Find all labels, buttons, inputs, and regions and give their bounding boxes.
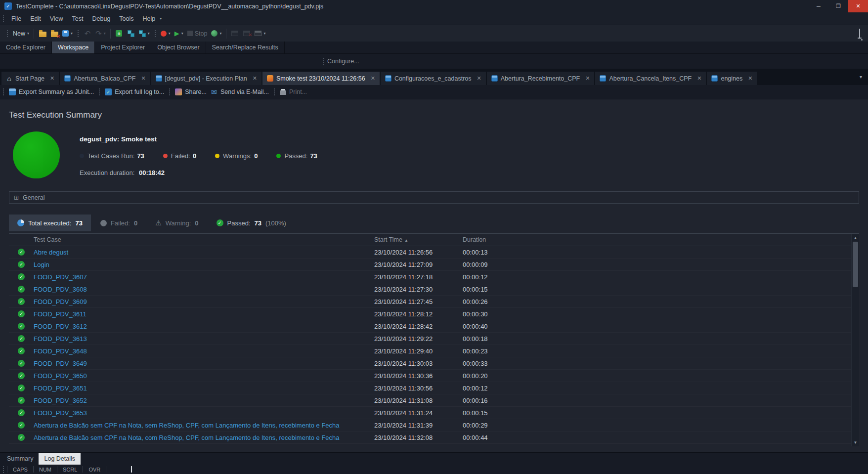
toolbar-grip[interactable] [7,30,8,37]
expand-icon[interactable]: ⊞ [14,194,19,201]
close-tab-icon[interactable]: ✕ [253,75,257,82]
tab-project-explorer[interactable]: Project Explorer [95,42,151,53]
send-email-button[interactable]: ✉ Send via E-Mail... [209,88,271,95]
table-row[interactable]: ✓ FOOD_PDV_3648 23/10/2024 11:29:40 00:0… [9,345,851,357]
doc-tab-abertura-balcao-cpf[interactable]: Abertura_Balcao_CPF ✕ [60,72,150,85]
toolbar-grip[interactable] [155,30,156,37]
extensions-button[interactable]: ▾ [137,27,152,40]
close-tab-icon[interactable]: ✕ [141,75,145,82]
table-row[interactable]: ✓ FOOD_PDV_3652 23/10/2024 11:31:08 00:0… [9,394,851,407]
vertical-scrollbar[interactable]: ▲ ▼ [851,234,859,446]
menu-edit[interactable]: Edit [26,14,45,24]
menu-file[interactable]: File [7,14,26,24]
table-row[interactable]: ✓ FOOD_PDV_3649 23/10/2024 11:30:03 00:0… [9,357,851,370]
new-button[interactable]: New ▾ [11,27,31,40]
toolbar-grip[interactable] [323,58,324,65]
menu-help[interactable]: Help [138,14,160,24]
doc-tab-start-page[interactable]: ⌂ Start Page ✕ [1,72,59,85]
table-row[interactable]: ✓ FOOD_PDV_3653 23/10/2024 11:31:24 00:0… [9,407,851,419]
checkpoint-button[interactable] [125,27,137,40]
test-case-link[interactable]: FOOD_PDV_3650 [34,372,87,380]
print-button[interactable]: Print... [278,88,309,95]
new-window-button[interactable]: ▾ [253,27,267,40]
menu-overflow-icon[interactable]: ▾ [160,16,162,21]
share-button[interactable]: Share... [173,88,209,95]
maximize-button[interactable]: ❐ [828,0,848,12]
tab-list-dropdown-icon[interactable]: ▾ [860,74,862,80]
test-case-link[interactable]: Abertura de Balcão sem CPF na Nota, com … [34,434,340,441]
test-case-link[interactable]: FOOD_PDV_3651 [34,385,87,392]
record-test-button[interactable]: ▾ [159,27,173,40]
test-case-link[interactable]: FOOD_PDV_3653 [34,409,87,417]
table-row[interactable]: ✓ Abre degust 23/10/2024 11:26:56 00:00:… [9,246,851,259]
configure-button[interactable]: Configure... [327,58,359,65]
test-case-link[interactable]: Abre degust [34,249,68,256]
tab-log-details[interactable]: Log Details [39,453,81,465]
doc-tab-abertura-recebimento-cpf[interactable]: Abertura_Recebimento_CPF ✕ [487,72,595,85]
menu-tools[interactable]: Tools [115,14,138,24]
filter-tab-warning[interactable]: ⚠ Warning: 0 [147,215,207,231]
test-case-link[interactable]: FOOD_PDV_3608 [34,286,87,293]
table-row[interactable]: ✓ FOOD_PDV_3651 23/10/2024 11:30:56 00:0… [9,382,851,394]
filter-tab-total-executed[interactable]: Total executed: 73 [9,215,91,231]
debug-button[interactable]: ▾ [209,27,223,40]
doc-tab-execution-plan[interactable]: [degust_pdv] - Execution Plan ✕ [151,72,261,85]
tab-search-replace-results[interactable]: Search/Replace Results [206,42,285,53]
save-button[interactable]: ▾ [60,27,75,40]
toolbar-grip[interactable] [3,88,4,95]
export-full-log-button[interactable]: ✓ Export full log to... [103,88,166,95]
scroll-down-icon[interactable]: ▼ [852,438,859,446]
undo-button[interactable]: ↶ [82,27,93,40]
table-row[interactable]: ✓ FOOD_PDV_3609 23/10/2024 11:27:45 00:0… [9,296,851,308]
close-tab-icon[interactable]: ✕ [50,75,54,82]
test-case-link[interactable]: FOOD_PDV_3649 [34,360,87,367]
table-row[interactable]: ✓ Login 23/10/2024 11:27:09 00:00:09 [9,259,851,271]
close-button[interactable]: ✕ [848,0,868,12]
tab-summary[interactable]: Summary [1,453,39,465]
filter-tab-failed[interactable]: Failed: 0 [92,215,146,231]
doc-tab-smoke-test-log[interactable]: Smoke test 23/10/2024 11:26:56 ✕ [262,72,380,85]
filter-tab-passed[interactable]: ✓ Passed: 73 (100%) [208,215,295,231]
scrollbar-thumb[interactable] [853,242,858,287]
scroll-up-icon[interactable]: ▲ [852,234,859,242]
column-header-duration[interactable]: Duration [463,236,851,243]
open-file-button[interactable] [37,27,48,40]
menu-test[interactable]: Test [68,14,88,24]
close-tab-icon[interactable]: ✕ [585,75,590,82]
attach-window-button[interactable] [229,27,241,40]
notifications-button[interactable] [859,29,860,38]
table-row[interactable]: ✓ Abertura de Balcão sem CPF na Nota, co… [9,431,851,444]
toolbar-grip[interactable] [99,88,100,95]
add-item-button[interactable]: + [113,27,125,40]
table-row[interactable]: ✓ FOOD_PDV_3608 23/10/2024 11:27:30 00:0… [9,283,851,296]
doc-tab-configuracoes-e-cadastros[interactable]: Configuracoes_e_cadastros ✕ [381,72,486,85]
toolbar-grip[interactable] [274,88,275,95]
test-case-link[interactable]: FOOD_PDV_3648 [34,347,87,355]
test-case-link[interactable]: FOOD_PDV_3607 [34,273,87,281]
table-row[interactable]: ✓ FOOD_PDV_3607 23/10/2024 11:27:18 00:0… [9,271,851,283]
column-header-test-case[interactable]: Test Case [34,236,374,243]
table-row[interactable]: ✓ FOOD_PDV_3611 23/10/2024 11:28:12 00:0… [9,308,851,320]
doc-tab-abertura-cancela-itens-cpf[interactable]: Abertura_Cancela_Itens_CPF ✕ [595,72,706,85]
general-section-header[interactable]: ⊞ General [9,191,859,204]
close-tab-icon[interactable]: ✕ [371,75,375,82]
table-row[interactable]: ✓ Abertura de Balcão sem CPF na Nota, se… [9,419,851,431]
menu-view[interactable]: View [45,14,68,24]
tab-code-explorer[interactable]: Code Explorer [0,42,52,53]
minimize-button[interactable]: ─ [809,0,828,12]
toolbar-grip[interactable] [78,30,79,37]
close-tab-icon[interactable]: ✕ [748,75,752,82]
column-header-start-time[interactable]: Start Time▲ [374,236,463,243]
close-tab-icon[interactable]: ✕ [697,75,701,82]
test-case-link[interactable]: Abertura de Balcão sem CPF na Nota, sem … [34,422,340,429]
toolbar-grip[interactable] [3,15,4,22]
redo-button[interactable]: ↷ ▾ [93,27,108,40]
test-case-link[interactable]: FOOD_PDV_3613 [34,335,87,343]
test-case-link[interactable]: FOOD_PDV_3609 [34,298,87,305]
close-tab-icon[interactable]: ✕ [477,75,481,82]
menu-debug[interactable]: Debug [88,14,115,24]
toolbar-grip[interactable] [169,88,170,95]
run-test-button[interactable]: ▶ ▾ [173,27,185,40]
close-file-button[interactable]: ✕ [48,27,60,40]
test-case-link[interactable]: FOOD_PDV_3611 [34,310,87,318]
